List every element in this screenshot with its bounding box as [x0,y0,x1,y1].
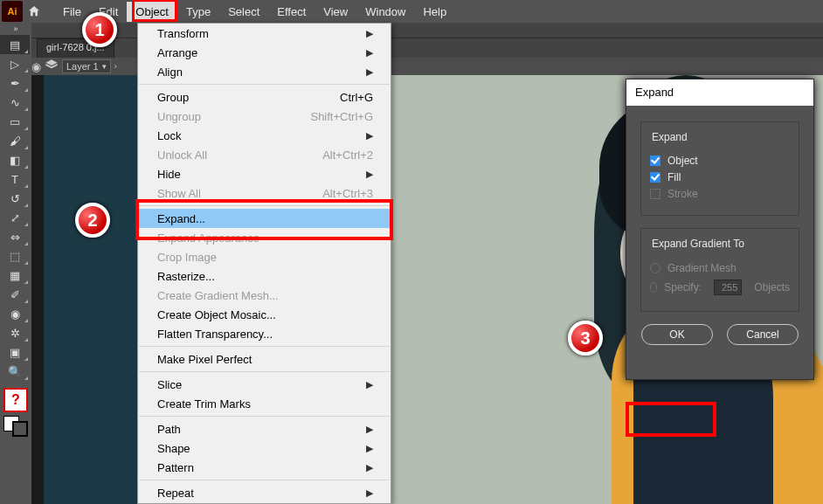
menu-separator [139,480,390,480]
direct-selection-tool-icon: ▷ [10,58,19,71]
curvature-tool[interactable]: ∿ [0,93,30,112]
collapse-toolbar-icon[interactable]: » [0,23,31,35]
unknown-fill-icon[interactable]: ? [3,388,28,412]
scale-tool-icon: ⤢ [10,211,20,224]
menu-item-type[interactable]: Type [177,2,219,22]
menu-item-pattern[interactable]: Pattern▶ [138,458,391,477]
menu-item-ungroup: UngroupShift+Ctrl+G [138,107,391,126]
rotate-tool[interactable]: ↺ [0,189,30,208]
menubar: Ai FileEditObjectTypeSelectEffectViewWin… [0,0,823,23]
menu-item-label: Slice [157,378,182,391]
menu-item-label: Crop Image [157,251,217,264]
chevron-right-icon[interactable]: › [114,62,117,71]
menu-item-arrange[interactable]: Arrange▶ [138,43,391,62]
paintbrush-tool[interactable]: 🖌 [0,131,30,150]
menu-item-label: Arrange [157,46,197,59]
specify-label: Specify: [664,281,702,293]
menu-item-help[interactable]: Help [414,2,455,22]
menu-item-path[interactable]: Path▶ [138,419,391,438]
fill-checkbox[interactable] [650,172,660,183]
home-icon[interactable] [23,0,45,23]
menu-item-select[interactable]: Select [219,2,268,22]
specify-radio [650,282,657,293]
layer-name-dropdown[interactable]: Layer 1 ▾ [62,59,111,73]
menu-item-slice[interactable]: Slice▶ [138,375,391,394]
selection-tool[interactable]: ▤ [0,35,30,54]
type-tool-icon: T [11,173,18,186]
visibility-icon[interactable]: ◉ [31,60,41,73]
artboard-tool-icon: ▣ [10,346,20,359]
menu-item-shortcut: Alt+Ctrl+2 [322,148,373,162]
shape-builder-tool-icon: ⬚ [10,250,20,263]
menu-item-lock[interactable]: Lock▶ [138,126,391,145]
menu-item-label: Align [157,66,183,79]
menu-item-window[interactable]: Window [356,2,414,22]
menu-item-shape[interactable]: Shape▶ [138,438,391,458]
specify-radio-row: Specify: 255 Objects [650,280,790,295]
blend-tool[interactable]: ◉ [0,304,30,323]
type-tool[interactable]: T [0,169,30,189]
cancel-button[interactable]: Cancel [727,324,799,345]
menu-item-transform[interactable]: Transform▶ [138,24,391,43]
object-checkbox-row[interactable]: Object [650,155,790,167]
rectangle-tool[interactable]: ▭ [0,112,30,131]
menu-item-crop-image: Crop Image [138,247,391,266]
submenu-arrow-icon: ▶ [366,379,373,390]
menu-item-file[interactable]: File [54,2,90,22]
menu-item-create-trim-marks[interactable]: Create Trim Marks [138,394,391,413]
stroke-checkbox [650,189,660,199]
menu-item-label: Create Object Mosaic... [157,308,276,321]
menu-item-make-pixel-perfect[interactable]: Make Pixel Perfect [138,349,391,369]
symbol-sprayer-tool[interactable]: ✲ [0,323,30,342]
menu-separator [139,416,390,417]
menu-item-label: Group [157,91,189,104]
gradient-mesh-label: Gradient Mesh [667,262,737,274]
gradient-tool-icon: ▦ [10,269,20,282]
menu-item-shortcut: Ctrl+G [340,91,373,104]
menu-item-align[interactable]: Align▶ [138,62,391,81]
object-checkbox[interactable] [650,155,660,166]
menu-item-flatten-transparency[interactable]: Flatten Transparency... [138,324,391,343]
gradient-mesh-radio-row: Gradient Mesh [650,262,790,274]
menu-item-object[interactable]: Object [127,2,177,22]
menu-item-create-object-mosaic[interactable]: Create Object Mosaic... [138,305,391,324]
stroke-swatch[interactable] [12,421,28,437]
annotation-badge-1: 1 [82,12,117,47]
symbol-sprayer-tool-icon: ✲ [10,327,20,340]
eyedropper-tool-icon: ✐ [10,288,20,301]
artboard-tool[interactable]: ▣ [0,342,30,362]
menu-item-hide[interactable]: Hide▶ [138,164,391,183]
gradient-tool[interactable]: ▦ [0,266,30,285]
width-tool[interactable]: ⇔ [0,227,30,246]
layers-icon[interactable] [45,59,59,74]
paintbrush-tool-icon: 🖌 [10,135,21,148]
menu-item-label: Create Trim Marks [157,397,251,411]
eraser-tool[interactable]: ◧ [0,150,30,169]
object-menu-dropdown: Transform▶Arrange▶Align▶GroupCtrl+GUngro… [137,23,391,504]
app-logo: Ai [2,1,23,22]
stroke-checkbox-label: Stroke [667,188,698,200]
menu-item-label: Create Gradient Mesh... [157,289,279,302]
ok-button[interactable]: OK [641,324,713,345]
fill-checkbox-row[interactable]: Fill [650,171,790,183]
direct-selection-tool[interactable]: ▷ [0,54,30,73]
menu-item-repeat[interactable]: Repeat▶ [138,483,391,502]
dialog-title: Expand [626,79,813,106]
menu-item-effect[interactable]: Effect [268,2,315,22]
menu-item-group[interactable]: GroupCtrl+G [138,87,391,107]
zoom-tool[interactable]: 🔍 [0,362,30,381]
menu-item-rasterize[interactable]: Rasterize... [138,266,391,286]
shape-builder-tool[interactable]: ⬚ [0,246,30,266]
eyedropper-tool[interactable]: ✐ [0,285,30,304]
menu-item-view[interactable]: View [315,2,356,22]
expand-section: Expand Object Fill Stroke [640,121,799,216]
menu-item-shortcut: Shift+Ctrl+G [310,110,373,123]
zoom-tool-icon: 🔍 [8,365,22,378]
fill-stroke-swatch[interactable] [3,416,28,437]
gradient-mesh-radio [650,263,660,273]
menu-item-label: Pattern [157,461,194,474]
scale-tool[interactable]: ⤢ [0,208,30,227]
menu-item-label: Flatten Transparency... [157,328,273,341]
pen-tool[interactable]: ✒ [0,73,30,93]
menu-item-expand[interactable]: Expand... [138,209,391,228]
